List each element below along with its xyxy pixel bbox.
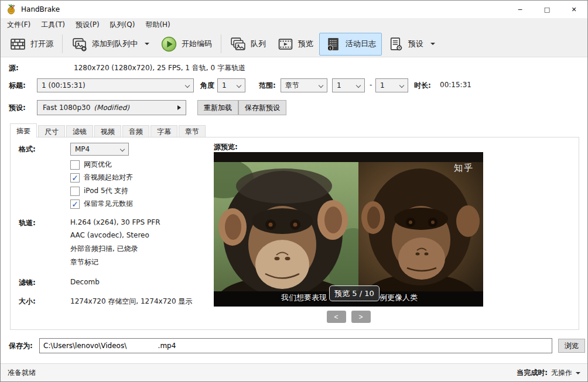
statusbar: 准备就绪 当完成时: 无操作	[1, 363, 587, 382]
preset-modified-flag: (Modified)	[94, 104, 129, 112]
chevron-down-icon	[237, 83, 241, 88]
presets-icon	[388, 36, 404, 52]
preview-counter-tooltip: 预览 5 / 10	[329, 285, 380, 301]
tab-filters[interactable]: 滤镜	[66, 125, 93, 137]
tab-summary[interactable]: 摘要	[10, 123, 37, 137]
tracks-label: 轨道:	[19, 218, 36, 228]
duration-value: 00:15:31	[440, 81, 471, 89]
chevron-down-icon	[185, 83, 190, 88]
maximize-button[interactable]: □	[534, 1, 560, 18]
keep-metadata-checkbox[interactable]: ✓ 保留常见元数据	[70, 199, 133, 209]
main-content: 源: 1280x720 (1280x720), 25 FPS, 1 音轨, 0 …	[1, 57, 587, 363]
tab-subtitles[interactable]: 字幕	[151, 125, 177, 137]
size-label: 大小:	[19, 297, 36, 307]
menu-queue[interactable]: 队列(Q)	[105, 18, 141, 31]
filters-value: Decomb	[70, 278, 100, 286]
chevron-down-icon	[120, 147, 125, 152]
checkbox-icon: ✓	[70, 160, 80, 170]
align-av-start-checkbox[interactable]: ✓ 音视频起始对齐	[70, 173, 133, 183]
chevron-down-icon	[356, 83, 361, 88]
menu-tools[interactable]: 工具(T)	[36, 18, 70, 31]
queue-label: 队列	[251, 39, 266, 49]
subtitle-text-right: 例更像人类	[380, 292, 418, 303]
tab-audio[interactable]: 音频	[122, 125, 149, 137]
track-video: H.264 (x264), 30 FPS PFR	[70, 218, 160, 226]
open-source-button[interactable]: 打开源	[4, 33, 59, 56]
menu-presets[interactable]: 预设(P)	[70, 18, 105, 31]
queue-icon	[230, 36, 246, 52]
preset-label: 预设:	[9, 103, 26, 113]
format-value: MP4	[75, 145, 90, 153]
toolbar-separator	[221, 35, 221, 53]
toolbar: 打开源 添加到队列中	[1, 31, 587, 57]
chimp-comparison-image	[214, 152, 483, 307]
tab-chapters[interactable]: 章节	[179, 125, 206, 137]
track-chapters: 章节标记	[70, 257, 98, 267]
range-to-select[interactable]: 1	[375, 78, 408, 92]
menubar: 文件(F) 工具(T) 预设(P) 队列(Q) 帮助(H)	[1, 18, 587, 31]
window-title: HandBrake	[21, 5, 60, 13]
track-audio: AAC (avcodec), Stereo	[70, 231, 149, 239]
menu-help[interactable]: 帮助(H)	[140, 18, 175, 31]
add-to-queue-button[interactable]: 添加到队列中	[66, 33, 155, 56]
ipod-support-checkbox[interactable]: ✓ iPod 5代 支持	[70, 186, 128, 196]
minimize-button[interactable]: ─	[507, 1, 534, 18]
reload-preset-button[interactable]: 重新加载	[197, 100, 238, 115]
checkbox-label: iPod 5代 支持	[84, 186, 128, 196]
angle-select[interactable]: 1	[217, 78, 245, 92]
browse-button[interactable]: 浏览	[558, 339, 585, 353]
clapperboard-icon	[10, 36, 26, 52]
angle-label: 角度	[200, 81, 214, 91]
handbrake-window: HandBrake ─ □ ✕ 文件(F) 工具(T) 预设(P) 队列(Q) …	[0, 0, 588, 382]
menu-file[interactable]: 文件(F)	[2, 18, 36, 31]
range-from-value: 1	[337, 81, 341, 90]
track-subtitle: 外部音频扫描, 已烧录	[70, 244, 138, 254]
status-text: 准备就绪	[8, 368, 36, 378]
size-value: 1274x720 存储空间, 1274x720 显示	[70, 297, 192, 307]
when-done-value[interactable]: 无操作	[551, 368, 572, 378]
tab-video[interactable]: 视频	[94, 125, 121, 137]
tab-dimensions[interactable]: 尺寸	[38, 125, 65, 137]
preset-name: Fast 1080p30	[43, 104, 90, 112]
source-label: 源:	[9, 63, 19, 73]
chevron-down-icon	[399, 83, 404, 88]
start-encode-button[interactable]: 开始编码	[155, 33, 218, 56]
title-label: 标题:	[9, 81, 26, 91]
checkbox-checked-icon: ✓	[70, 199, 80, 209]
chevron-right-icon	[177, 105, 181, 110]
chevron-down-icon	[145, 43, 149, 45]
previous-preview-button[interactable]: <	[327, 311, 346, 323]
zhihu-watermark: 知乎	[454, 163, 474, 174]
titlebar: HandBrake ─ □ ✕	[1, 1, 587, 18]
close-button[interactable]: ✕	[560, 1, 587, 18]
checkbox-label: 音视频起始对齐	[84, 173, 133, 183]
start-encode-icon	[161, 36, 177, 52]
summary-panel: 格式: MP4 ✓ 网页优化 ✓ 音视频起始对齐 ✓ iPod 5代 支持 ✓ …	[10, 137, 579, 330]
chevron-down-icon	[430, 43, 435, 45]
web-optimized-checkbox[interactable]: ✓ 网页优化	[70, 160, 112, 170]
range-to-value: 1	[380, 81, 385, 90]
title-select[interactable]: 1 (00:15:31)	[37, 78, 194, 92]
save-path-input[interactable]	[39, 338, 552, 353]
handbrake-logo-icon	[6, 4, 16, 15]
next-preview-button[interactable]: >	[351, 311, 371, 323]
range-type-value: 章节	[285, 81, 299, 90]
save-new-preset-button[interactable]: 保存新预设	[238, 100, 286, 115]
checkbox-checked-icon: ✓	[70, 173, 80, 183]
presets-label: 预设	[408, 39, 423, 49]
range-from-select[interactable]: 1	[332, 78, 365, 92]
format-select[interactable]: MP4	[70, 143, 129, 156]
preset-select[interactable]: Fast 1080p30(Modified)	[37, 100, 186, 115]
activity-log-icon	[325, 36, 341, 52]
queue-button[interactable]: 队列	[224, 33, 272, 56]
subtitle-text-left: 我们想要表现	[281, 292, 327, 303]
tab-bar: 摘要 尺寸 滤镜 视频 音频 字幕 章节	[10, 123, 207, 137]
chevron-down-icon[interactable]	[576, 372, 580, 374]
presets-button[interactable]: 预设	[382, 33, 441, 56]
source-info: 1280x720 (1280x720), 25 FPS, 1 音轨, 0 字幕轨…	[74, 63, 308, 73]
activity-log-button[interactable]: 活动日志	[319, 33, 382, 56]
chevron-down-icon	[319, 83, 323, 88]
range-dash: -	[370, 81, 372, 89]
range-type-select[interactable]: 章节	[281, 78, 327, 92]
preview-button[interactable]: 预览	[272, 33, 319, 56]
